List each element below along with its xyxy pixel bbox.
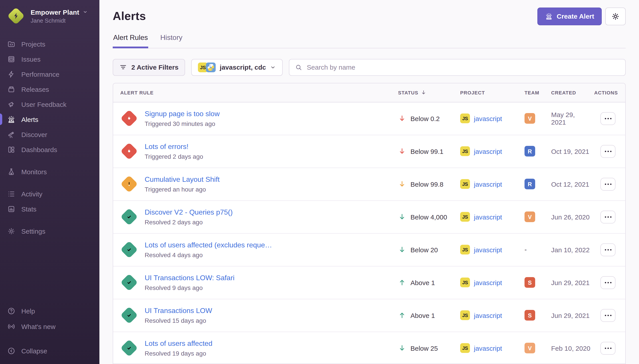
alert-rule-cell: Lots of users affectedResolved 19 days a…	[113, 334, 391, 363]
column-header-status[interactable]: Status	[391, 90, 453, 96]
status-text: Below 4,000	[411, 213, 447, 221]
project-link[interactable]: javascript	[474, 312, 502, 319]
sidebar-item-issues[interactable]: Issues	[0, 52, 99, 66]
project-link[interactable]: javascript	[474, 279, 502, 286]
settings-icon	[7, 227, 16, 235]
alert-rule-link[interactable]: Lots of users affected (excludes reque…	[145, 241, 272, 250]
column-header-project: Project	[453, 90, 517, 95]
gear-icon	[611, 12, 620, 21]
active-filters-label: 2 Active Filters	[131, 64, 178, 71]
alert-rule-cell: UI Transactions LOWResolved 15 days ago	[113, 301, 391, 330]
org-switcher[interactable]: Empower Plant Jane Schmidt	[0, 0, 99, 25]
team-cell: S	[517, 277, 544, 288]
sidebar-item-stats[interactable]: Stats	[0, 201, 99, 216]
alert-rule-link[interactable]: UI Transactions LOW: Safari	[145, 274, 234, 283]
team-badge: S	[524, 277, 535, 288]
sidebar-item-label: Monitors	[21, 168, 47, 175]
sidebar-collapse-container: Collapse	[0, 343, 99, 359]
alert-rule-cell: Lots of users affected (excludes reque…R…	[113, 235, 391, 264]
column-header-created: Created	[544, 90, 591, 95]
project-cell: JSjavascript	[453, 212, 517, 222]
check-icon	[126, 246, 133, 254]
project-link[interactable]: javascript	[474, 213, 502, 221]
row-actions-button[interactable]	[600, 178, 615, 191]
actions-cell	[591, 178, 625, 191]
project-filter-dropdown[interactable]: JS javascript, cdc	[191, 59, 283, 76]
alert-rule-link[interactable]: Cumulative Layout Shift	[145, 175, 220, 184]
sidebar-item-settings[interactable]: Settings	[0, 224, 99, 238]
row-actions-button[interactable]	[600, 342, 615, 355]
project-cell: JSjavascript	[453, 146, 517, 156]
alert-rule-link[interactable]: Lots of users affected	[145, 340, 212, 348]
help-icon	[7, 306, 16, 315]
create-alert-button[interactable]: Create Alert	[537, 8, 602, 25]
page-header: Alerts Create Alert	[113, 0, 626, 26]
alert-rule-cell: UI Transactions LOW: SafariResolved 9 da…	[113, 268, 391, 297]
row-actions-button[interactable]	[600, 112, 615, 125]
sidebar-item-dashboards[interactable]: Dashboards	[0, 142, 99, 157]
sidebar-item-discover[interactable]: Discover	[0, 127, 99, 142]
severity-resolved-icon	[120, 208, 138, 226]
tab-history[interactable]: History	[160, 34, 183, 48]
sidebar-item-alerts[interactable]: Alerts	[0, 112, 99, 127]
severity-critical-icon	[120, 110, 138, 128]
row-actions-button[interactable]	[600, 210, 615, 224]
tab-alert-rules[interactable]: Alert Rules	[113, 34, 148, 48]
row-actions-button[interactable]	[600, 276, 615, 289]
sidebar-item-projects[interactable]: Projects	[0, 36, 99, 52]
lightning-bolt-icon	[12, 12, 21, 20]
project-link[interactable]: javascript	[474, 115, 502, 122]
actions-cell	[591, 210, 625, 224]
settings-button[interactable]	[605, 8, 626, 25]
sidebar-item-help[interactable]: Help	[0, 303, 99, 318]
sidebar-item-collapse[interactable]: Collapse	[0, 343, 99, 358]
header-actions: Create Alert	[537, 8, 626, 25]
alert-rule-link[interactable]: UI Transactions LOW	[145, 306, 212, 316]
table-row: UI Transactions LOWResolved 15 days agoA…	[113, 299, 625, 332]
main-content: Alerts Create Alert Alert Rules History …	[99, 0, 639, 364]
table-row: Lots of users affectedResolved 19 days a…	[113, 332, 625, 364]
sidebar-group: ProjectsIssuesPerformanceReleasesUser Fe…	[0, 36, 99, 157]
status-text: Above 1	[411, 279, 435, 286]
alerts-table: Alert Rule Status Project Team Created A…	[113, 83, 626, 364]
sidebar-item-label: Issues	[21, 55, 41, 63]
project-cell: JSjavascript	[453, 278, 517, 288]
created-cell: Jun 29, 2021	[544, 312, 591, 319]
created-cell: May 29, 2021	[544, 111, 591, 126]
project-link[interactable]: javascript	[474, 344, 502, 352]
alert-rule-subtitle: Resolved 15 days ago	[145, 317, 212, 324]
project-link[interactable]: javascript	[474, 148, 502, 155]
created-cell: Jan 10, 2022	[544, 246, 591, 254]
alert-rule-subtitle: Resolved 4 days ago	[145, 252, 272, 259]
table-row: UI Transactions LOW: SafariResolved 9 da…	[113, 266, 625, 299]
sidebar-item-releases[interactable]: Releases	[0, 82, 99, 97]
project-link[interactable]: javascript	[474, 246, 502, 254]
sidebar-item-performance[interactable]: Performance	[0, 66, 99, 82]
actions-cell	[591, 244, 625, 256]
row-actions-button[interactable]	[600, 309, 615, 322]
status-text: Below 20	[411, 246, 438, 254]
sidebar-item-what-s-new[interactable]: What's new	[0, 319, 99, 334]
active-filters-button[interactable]: 2 Active Filters	[113, 59, 185, 76]
alert-rule-link[interactable]: Lots of errors!	[145, 142, 203, 152]
alert-rule-link[interactable]: Discover V2 - Queries p75()	[145, 208, 233, 217]
created-cell: Jun 26, 2020	[544, 213, 591, 221]
column-header-alert-rule: Alert Rule	[113, 90, 391, 95]
row-actions-button[interactable]	[600, 244, 615, 256]
alert-rule-cell: Signup page is too slowTriggered 30 minu…	[113, 104, 391, 133]
monitors-icon	[7, 167, 16, 176]
row-actions-button[interactable]	[600, 145, 615, 158]
project-filter-label: javascript, cdc	[220, 64, 266, 71]
status-cell: Below 25	[391, 344, 453, 352]
search-input[interactable]	[307, 60, 619, 75]
sidebar-item-label: Performance	[21, 70, 60, 78]
sidebar-bottom: HelpWhat's new Collapse	[0, 303, 99, 364]
actions-cell	[591, 342, 625, 355]
alert-rule-link[interactable]: Signup page is too slow	[145, 110, 220, 118]
sidebar-item-monitors[interactable]: Monitors	[0, 164, 99, 179]
team-cell: S	[517, 310, 544, 321]
project-link[interactable]: javascript	[474, 180, 502, 188]
sidebar-item-user-feedback[interactable]: User Feedback	[0, 97, 99, 112]
sidebar: Empower Plant Jane Schmidt ProjectsIssue…	[0, 0, 99, 364]
sidebar-item-activity[interactable]: Activity	[0, 186, 99, 201]
